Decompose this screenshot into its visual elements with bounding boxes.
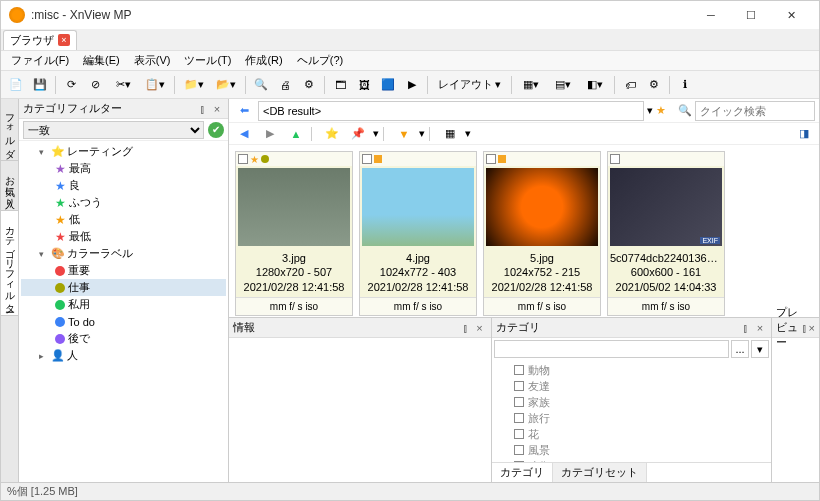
- category-dropdown-icon[interactable]: ...: [731, 340, 749, 358]
- category-item[interactable]: 家族: [494, 394, 769, 410]
- panel-close-icon[interactable]: ×: [753, 322, 767, 334]
- tb-view3-icon[interactable]: ◧▾: [580, 74, 610, 96]
- rating-item[interactable]: ★ふつう: [21, 194, 226, 211]
- thumbnail[interactable]: 4.jpg1024x772 - 4032021/02/28 12:41:58 m…: [359, 151, 477, 316]
- back-icon[interactable]: ⬅: [233, 100, 255, 122]
- star-icon[interactable]: ★: [656, 104, 666, 117]
- pin2-icon[interactable]: 📌: [347, 123, 369, 145]
- vtab-folder[interactable]: フォルダ: [1, 99, 18, 161]
- tb-gear-icon[interactable]: ⚙: [643, 74, 665, 96]
- tb-info-icon[interactable]: ℹ: [674, 74, 696, 96]
- tb-open-icon[interactable]: 📂▾: [211, 74, 241, 96]
- tb-fullscreen-icon[interactable]: 🟦: [377, 74, 399, 96]
- tb-view1-icon[interactable]: ▦▾: [516, 74, 546, 96]
- address-input[interactable]: [258, 101, 644, 121]
- tree-color-label[interactable]: ▾ 🎨 カラーラベル: [21, 245, 226, 262]
- tb-cut-icon[interactable]: ✂▾: [108, 74, 138, 96]
- tb-search-icon[interactable]: 🔍: [250, 74, 272, 96]
- nav-back-icon[interactable]: ◀: [233, 123, 255, 145]
- checkbox[interactable]: [514, 445, 524, 455]
- category-item[interactable]: 花: [494, 426, 769, 442]
- tb-save-icon[interactable]: 💾: [29, 74, 51, 96]
- filter-icon[interactable]: ▼: [393, 123, 415, 145]
- color-label-item[interactable]: 重要: [21, 262, 226, 279]
- cat-tab-category[interactable]: カテゴリ: [492, 463, 553, 482]
- tree-rating[interactable]: ▾ ⭐ レーティング: [21, 143, 226, 160]
- panel-close-icon[interactable]: ×: [473, 322, 487, 334]
- color-label-item[interactable]: 私用: [21, 296, 226, 313]
- vtab-category-filter[interactable]: カテゴリフィルター: [1, 211, 18, 316]
- category-item[interactable]: 風景: [494, 442, 769, 458]
- tb-print-icon[interactable]: 🖨: [274, 74, 296, 96]
- tab-close-icon[interactable]: ×: [58, 34, 70, 46]
- close-button[interactable]: ✕: [771, 1, 811, 29]
- search-input[interactable]: [695, 101, 815, 121]
- detail-toggle-icon[interactable]: ◨: [793, 123, 815, 145]
- tb-tag-icon[interactable]: 🏷: [619, 74, 641, 96]
- tb-layout-button[interactable]: レイアウト ▾: [432, 75, 507, 94]
- category-item[interactable]: 友達: [494, 378, 769, 394]
- minimize-button[interactable]: ─: [691, 1, 731, 29]
- tree-person[interactable]: ▸ 👤 人: [21, 347, 226, 364]
- thumb-mode-icon[interactable]: ▦: [439, 123, 461, 145]
- rating-item[interactable]: ★最高: [21, 160, 226, 177]
- tb-slideshow-icon[interactable]: ▶: [401, 74, 423, 96]
- category-input[interactable]: [494, 340, 729, 358]
- category-item[interactable]: 旅行: [494, 410, 769, 426]
- rating-item[interactable]: ★低: [21, 211, 226, 228]
- tab-browser[interactable]: ブラウザ ×: [3, 30, 77, 50]
- match-select[interactable]: 一致: [23, 121, 204, 139]
- panel-close-icon[interactable]: ×: [210, 103, 224, 115]
- pin-icon[interactable]: ⫿: [459, 322, 473, 334]
- pin-icon[interactable]: ⫿: [196, 103, 210, 115]
- menu-create[interactable]: 作成(R): [239, 51, 288, 70]
- expand-icon[interactable]: ▸: [39, 351, 49, 361]
- menu-tools[interactable]: ツール(T): [178, 51, 237, 70]
- checkbox[interactable]: [610, 154, 620, 164]
- tb-stop-icon[interactable]: ⊘: [84, 74, 106, 96]
- color-label-item[interactable]: To do: [21, 313, 226, 330]
- tb-edit-icon[interactable]: 🖼: [353, 74, 375, 96]
- rating-item[interactable]: ★最低: [21, 228, 226, 245]
- thumbnail[interactable]: ★ 3.jpg1280x720 - 5072021/02/28 12:41:58…: [235, 151, 353, 316]
- thumbnail[interactable]: 5.jpg1024x752 - 2152021/02/28 12:41:58 m…: [483, 151, 601, 316]
- checkbox[interactable]: [486, 154, 496, 164]
- cat-tab-set[interactable]: カテゴリセット: [553, 463, 647, 482]
- nav-fwd-icon[interactable]: ▶: [259, 123, 281, 145]
- checkbox[interactable]: [514, 429, 524, 439]
- fav-icon[interactable]: ⭐: [321, 123, 343, 145]
- checkbox[interactable]: [238, 154, 248, 164]
- collapse-icon[interactable]: ▾: [39, 147, 49, 157]
- tb-new-icon[interactable]: 📄: [5, 74, 27, 96]
- checkbox[interactable]: [514, 413, 524, 423]
- menu-file[interactable]: ファイル(F): [5, 51, 75, 70]
- tb-compare-icon[interactable]: 🗔: [329, 74, 351, 96]
- menu-edit[interactable]: 編集(E): [77, 51, 126, 70]
- checkbox[interactable]: [362, 154, 372, 164]
- tb-batch-icon[interactable]: ⚙: [298, 74, 320, 96]
- menu-view[interactable]: 表示(V): [128, 51, 177, 70]
- color-label-item[interactable]: 仕事: [21, 279, 226, 296]
- dropdown-icon[interactable]: ▾: [647, 104, 653, 117]
- color-label-item[interactable]: 後で: [21, 330, 226, 347]
- panel-close-icon[interactable]: ×: [808, 322, 815, 334]
- checkbox[interactable]: [514, 365, 524, 375]
- apply-filter-icon[interactable]: ✔: [208, 122, 224, 138]
- category-dropdown2-icon[interactable]: ▾: [751, 340, 769, 358]
- nav-up-icon[interactable]: ▲: [285, 123, 307, 145]
- tb-refresh-icon[interactable]: ⟳: [60, 74, 82, 96]
- checkbox[interactable]: [514, 397, 524, 407]
- vtab-favorites[interactable]: お気に入り: [1, 161, 18, 211]
- tb-folder-icon[interactable]: 📁▾: [179, 74, 209, 96]
- thumbnail[interactable]: EXIF 5c0774dcb2240136eb0de6...600x600 - …: [607, 151, 725, 316]
- pin-icon[interactable]: ⫿: [739, 322, 753, 334]
- menu-help[interactable]: ヘルプ(?): [291, 51, 349, 70]
- pin-icon[interactable]: ⫿: [802, 322, 809, 334]
- tb-view2-icon[interactable]: ▤▾: [548, 74, 578, 96]
- collapse-icon[interactable]: ▾: [39, 249, 49, 259]
- maximize-button[interactable]: ☐: [731, 1, 771, 29]
- category-item[interactable]: 動物: [494, 362, 769, 378]
- rating-item[interactable]: ★良: [21, 177, 226, 194]
- tb-copy-icon[interactable]: 📋▾: [140, 74, 170, 96]
- checkbox[interactable]: [514, 381, 524, 391]
